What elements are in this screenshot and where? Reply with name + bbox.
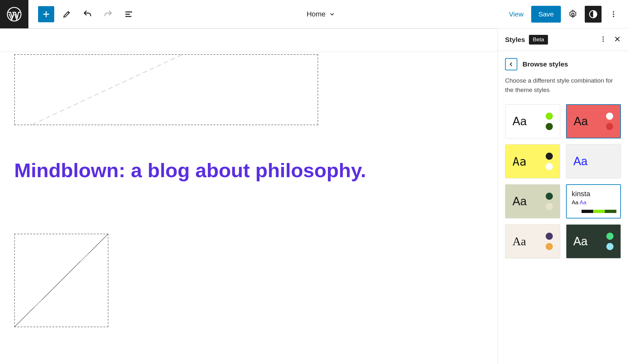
chevron-left-icon bbox=[508, 61, 514, 67]
svg-point-8 bbox=[603, 40, 604, 42]
redo-button[interactable] bbox=[100, 6, 116, 22]
svg-point-1 bbox=[572, 13, 574, 15]
image-placeholder-block[interactable] bbox=[14, 54, 318, 125]
top-toolbar: Home View Save bbox=[0, 0, 628, 28]
variation-color-dots bbox=[546, 193, 553, 210]
tools-button[interactable] bbox=[59, 6, 75, 22]
variation-color-dots bbox=[606, 113, 613, 130]
style-variation-7[interactable]: Aa bbox=[566, 224, 621, 258]
style-variation-5[interactable]: kinstaAa Aa bbox=[566, 184, 621, 218]
page-heading[interactable]: Mindblown: a blog about philosophy. bbox=[14, 158, 366, 183]
variation-color-dots bbox=[546, 233, 553, 250]
variation-sample: Aa Aa bbox=[572, 199, 615, 206]
variation-color-dots bbox=[606, 153, 613, 170]
gear-icon bbox=[568, 9, 578, 19]
variation-typography-sample: Aa bbox=[573, 155, 588, 168]
undo-button[interactable] bbox=[79, 6, 96, 22]
styles-sidebar: Styles Beta Browse styles Choose a diffe… bbox=[498, 28, 628, 364]
svg-point-7 bbox=[603, 38, 604, 40]
image-placeholder-block-small[interactable] bbox=[14, 234, 108, 327]
variation-name: kinsta bbox=[572, 190, 615, 198]
svg-point-6 bbox=[603, 36, 604, 37]
variation-typography-sample: Aa bbox=[573, 235, 588, 248]
wordpress-icon bbox=[7, 7, 22, 22]
style-variation-6[interactable]: Aa bbox=[505, 224, 560, 258]
toolbar-left-group bbox=[28, 6, 137, 22]
template-navigation-button[interactable]: Home bbox=[137, 10, 505, 18]
template-name: Home bbox=[307, 10, 326, 18]
panel-nav: Browse styles bbox=[505, 58, 621, 70]
variation-typography-sample: Aa bbox=[512, 115, 527, 128]
beta-badge: Beta bbox=[529, 35, 548, 45]
editor-canvas[interactable]: Mindblown: a blog about philosophy. bbox=[0, 28, 498, 364]
variation-color-dots bbox=[606, 233, 613, 250]
close-icon bbox=[614, 35, 621, 43]
add-block-button[interactable] bbox=[38, 6, 54, 22]
style-variation-2[interactable]: Aa bbox=[505, 144, 560, 178]
save-button[interactable]: Save bbox=[531, 6, 561, 23]
options-button[interactable] bbox=[605, 6, 622, 22]
variation-color-dots bbox=[546, 113, 553, 130]
chevron-down-icon bbox=[329, 11, 335, 17]
sidebar-title: Styles bbox=[505, 36, 525, 44]
style-variation-3[interactable]: Aa bbox=[566, 144, 621, 178]
sidebar-header: Styles Beta bbox=[498, 28, 628, 51]
variation-typography-sample: Aa bbox=[512, 235, 526, 248]
styles-more-button[interactable] bbox=[600, 35, 607, 44]
wordpress-logo-button[interactable] bbox=[0, 0, 28, 28]
panel-description: Choose a different style combination for… bbox=[505, 76, 621, 95]
styles-icon bbox=[588, 9, 598, 19]
style-variations-grid: AaAaAaAaAakinstaAa AaAaAa bbox=[505, 104, 621, 258]
variation-typography-sample: Aa bbox=[512, 155, 526, 168]
style-variation-1[interactable]: Aa bbox=[566, 104, 621, 138]
back-button[interactable] bbox=[505, 58, 517, 70]
style-variation-4[interactable]: Aa bbox=[505, 184, 560, 218]
svg-point-4 bbox=[613, 14, 614, 15]
styles-button[interactable] bbox=[585, 6, 602, 23]
view-link[interactable]: View bbox=[505, 7, 527, 21]
canvas-divider bbox=[0, 52, 498, 52]
variation-color-dots bbox=[546, 153, 553, 170]
close-sidebar-button[interactable] bbox=[614, 35, 621, 44]
style-variation-0[interactable]: Aa bbox=[505, 104, 560, 138]
redo-icon bbox=[103, 9, 113, 19]
svg-point-5 bbox=[613, 16, 614, 17]
plus-icon bbox=[42, 10, 51, 19]
undo-icon bbox=[83, 9, 92, 19]
more-vertical-icon bbox=[610, 10, 617, 18]
toolbar-right-group: View Save bbox=[505, 6, 628, 23]
svg-point-3 bbox=[613, 11, 614, 13]
variation-typography-sample: Aa bbox=[512, 195, 527, 208]
list-view-button[interactable] bbox=[121, 6, 137, 22]
list-view-icon bbox=[124, 10, 133, 19]
pencil-icon bbox=[62, 10, 71, 19]
variation-color-bar bbox=[582, 210, 617, 213]
settings-button[interactable] bbox=[565, 6, 581, 22]
more-vertical-icon bbox=[600, 35, 607, 43]
variation-typography-sample: Aa bbox=[574, 115, 588, 128]
panel-title: Browse styles bbox=[522, 60, 568, 68]
